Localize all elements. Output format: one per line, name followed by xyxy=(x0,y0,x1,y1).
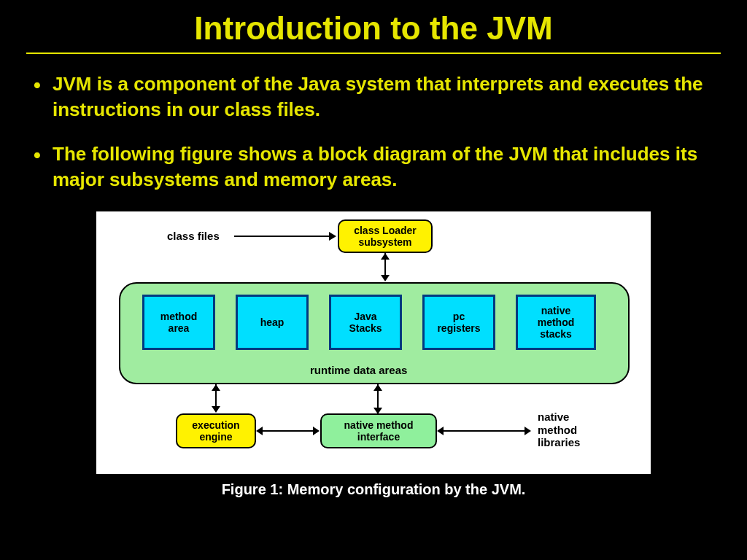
arrow-head-down-icon xyxy=(212,406,220,413)
arrow-head-down-icon xyxy=(374,408,382,414)
arrow-head-left-icon xyxy=(437,427,444,435)
arrow-head-up-icon xyxy=(374,384,382,391)
slide-title: Introduction to the JVM xyxy=(26,10,721,51)
arrow-head-right-icon xyxy=(329,232,336,241)
slide-root: Introduction to the JVM JVM is a compone… xyxy=(0,0,747,560)
box-java-stacks: Java Stacks xyxy=(329,295,402,350)
box-method-area: method area xyxy=(142,295,215,350)
box-execution-engine: execution engine xyxy=(176,413,256,448)
figure-caption: Figure 1: Memory configuration by the JV… xyxy=(222,481,526,498)
arrow-head-left-icon xyxy=(256,427,263,435)
box-heap: heap xyxy=(236,295,309,350)
label-class-files: class files xyxy=(167,230,220,242)
figure-wrapper: class files class Loader subsystem runti… xyxy=(26,211,721,498)
arrow-head-up-icon xyxy=(212,384,220,391)
box-native-method-stacks: native method stacks xyxy=(516,295,596,350)
bullet-item: JVM is a component of the Java system th… xyxy=(31,71,716,122)
box-native-method-interface: native method interface xyxy=(320,413,437,448)
box-class-loader: class Loader subsystem xyxy=(338,219,433,253)
jvm-diagram: class files class Loader subsystem runti… xyxy=(96,211,651,474)
bullet-list: JVM is a component of the Java system th… xyxy=(26,71,721,192)
arrow-line xyxy=(234,236,329,237)
arrow-head-up-icon xyxy=(381,253,390,260)
arrow-line xyxy=(258,430,317,432)
arrow-head-down-icon xyxy=(381,275,390,281)
label-runtime-areas: runtime data areas xyxy=(310,364,407,376)
arrow-line xyxy=(438,430,529,432)
label-native-libraries: native method libraries xyxy=(538,411,580,448)
box-pc-registers: pc registers xyxy=(422,295,495,350)
arrow-head-right-icon xyxy=(313,427,320,435)
arrow-head-right-icon xyxy=(525,427,531,435)
bullet-item: The following figure shows a block diagr… xyxy=(31,141,716,192)
title-underline xyxy=(26,52,721,54)
